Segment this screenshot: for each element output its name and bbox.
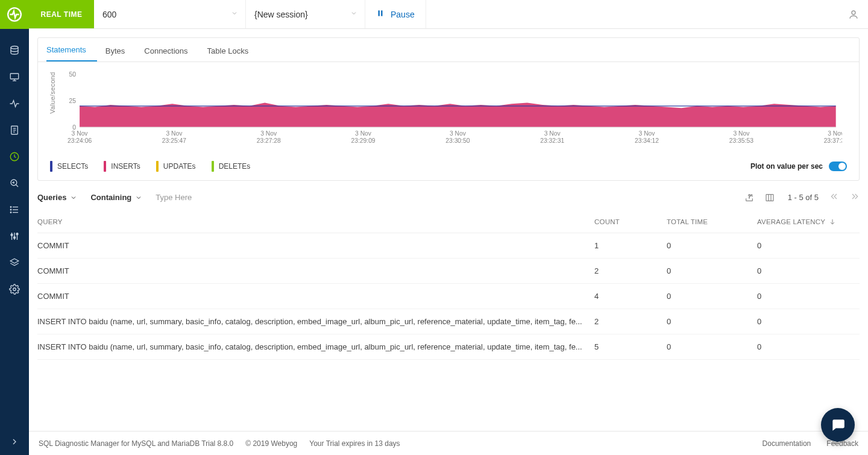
tab-table-locks[interactable]: Table Locks xyxy=(207,40,260,61)
query-search-input[interactable] xyxy=(156,193,276,202)
cell-total-time: 0 xyxy=(667,241,757,250)
interval-value: 600 xyxy=(102,10,116,19)
user-menu-button[interactable] xyxy=(839,0,868,28)
sidebar-expand-button[interactable] xyxy=(0,428,29,455)
column-header-query[interactable]: QUERY xyxy=(37,218,594,225)
cell-count: 1 xyxy=(594,241,667,250)
svg-text:3 Nov: 3 Nov xyxy=(72,130,89,137)
cell-avg-latency: 0 xyxy=(757,266,860,275)
pager-next-button[interactable] xyxy=(850,192,860,203)
chevron-down-icon xyxy=(70,194,77,201)
tab-connections[interactable]: Connections xyxy=(144,40,198,61)
svg-text:23:24:06: 23:24:06 xyxy=(68,137,92,144)
svg-text:23:25:47: 23:25:47 xyxy=(162,137,186,144)
interval-select[interactable]: 600 xyxy=(94,0,246,28)
svg-text:23:30:50: 23:30:50 xyxy=(445,137,470,144)
export-icon[interactable] xyxy=(744,193,754,202)
table-row[interactable]: COMMIT200 xyxy=(37,259,860,284)
copyright-label: © 2019 Webyog xyxy=(245,439,297,448)
chart-tabs: StatementsBytesConnectionsTable Locks xyxy=(38,38,859,62)
column-header-total-time[interactable]: TOTAL TIME xyxy=(667,218,757,225)
session-value: {New session} xyxy=(254,10,308,19)
table-row[interactable]: INSERT INTO baidu (name, url, summary, b… xyxy=(37,334,860,360)
query-scope-dropdown[interactable]: Queries xyxy=(37,193,77,202)
plot-toggle-label: Plot on value per sec xyxy=(750,162,823,171)
legend-item[interactable]: UPDATEs xyxy=(156,161,196,172)
column-header-count[interactable]: COUNT xyxy=(594,218,667,225)
legend-label: DELETEs xyxy=(219,162,251,171)
svg-text:50: 50 xyxy=(69,71,76,78)
svg-text:23:32:31: 23:32:31 xyxy=(540,137,564,144)
svg-point-25 xyxy=(16,233,18,235)
chevron-down-icon xyxy=(135,194,142,201)
svg-text:3 Nov: 3 Nov xyxy=(828,130,842,137)
documentation-link[interactable]: Documentation xyxy=(763,439,811,448)
sidebar-item-servers[interactable] xyxy=(0,37,29,64)
sidebar-item-query-analyzer[interactable] xyxy=(0,170,29,196)
y-axis-label: Value/second xyxy=(49,66,56,120)
columns-icon[interactable] xyxy=(765,193,775,202)
legend-item[interactable]: DELETEs xyxy=(212,161,251,172)
pager-prev-button[interactable] xyxy=(829,192,839,203)
realtime-badge: REAL TIME xyxy=(29,0,94,28)
topbar: REAL TIME 600 {New session} Pause xyxy=(29,0,868,29)
query-scope-label: Queries xyxy=(37,193,66,202)
query-match-label: Containing xyxy=(90,193,131,202)
cell-total-time: 0 xyxy=(667,317,757,326)
svg-text:3 Nov: 3 Nov xyxy=(450,130,467,137)
svg-text:3 Nov: 3 Nov xyxy=(544,130,561,137)
svg-rect-28 xyxy=(379,10,380,16)
chat-fab-button[interactable] xyxy=(821,408,855,442)
pause-label: Pause xyxy=(391,10,415,19)
statements-chart: 025503 Nov23:24:063 Nov23:25:473 Nov23:2… xyxy=(58,71,842,149)
svg-text:3 Nov: 3 Nov xyxy=(355,130,372,137)
app-logo[interactable] xyxy=(0,0,29,29)
svg-rect-2 xyxy=(10,74,19,79)
sidebar-item-sliders[interactable] xyxy=(0,223,29,249)
table-row[interactable]: COMMIT100 xyxy=(37,233,860,259)
tab-statements[interactable]: Statements xyxy=(46,39,97,61)
cell-query: COMMIT xyxy=(37,241,594,250)
chart-legend: SELECTsINSERTsUPDATEsDELETEs xyxy=(50,161,250,172)
svg-text:3 Nov: 3 Nov xyxy=(639,130,656,137)
svg-point-1 xyxy=(11,46,18,49)
column-header-avg-latency[interactable]: AVERAGE LATENCY xyxy=(757,218,860,225)
content-scroll[interactable]: StatementsBytesConnectionsTable Locks Va… xyxy=(29,29,868,431)
cell-count: 2 xyxy=(594,317,667,326)
legend-label: INSERTs xyxy=(111,162,140,171)
cell-query: INSERT INTO baidu (name, url, summary, b… xyxy=(37,317,594,326)
legend-item[interactable]: SELECTs xyxy=(50,161,88,172)
sidebar-item-activity[interactable] xyxy=(0,90,29,117)
svg-rect-29 xyxy=(381,10,382,16)
cell-total-time: 0 xyxy=(667,342,757,351)
sidebar-item-settings[interactable] xyxy=(0,276,29,303)
chevron-down-icon xyxy=(231,10,238,19)
svg-text:23:37:34: 23:37:34 xyxy=(824,137,842,144)
cell-query: COMMIT xyxy=(37,292,594,301)
pause-button[interactable]: Pause xyxy=(365,0,426,28)
legend-label: SELECTs xyxy=(57,162,88,171)
sidebar-item-layers[interactable] xyxy=(0,249,29,276)
cell-avg-latency: 0 xyxy=(757,342,860,351)
query-match-dropdown[interactable]: Containing xyxy=(90,193,142,202)
pager-info: 1 - 5 of 5 xyxy=(788,193,819,202)
sidebar-item-monitor[interactable] xyxy=(0,64,29,90)
legend-item[interactable]: INSERTs xyxy=(104,161,140,172)
table-row[interactable]: COMMIT400 xyxy=(37,284,860,309)
plot-per-sec-toggle[interactable] xyxy=(829,162,847,171)
svg-point-19 xyxy=(10,212,11,213)
table-row[interactable]: INSERT INTO baidu (name, url, summary, b… xyxy=(37,309,860,334)
sidebar-item-realtime[interactable] xyxy=(0,143,29,170)
svg-rect-55 xyxy=(766,194,773,201)
svg-text:23:27:28: 23:27:28 xyxy=(257,137,281,144)
cell-total-time: 0 xyxy=(667,266,757,275)
tab-bytes[interactable]: Bytes xyxy=(105,40,136,61)
svg-point-17 xyxy=(10,207,11,208)
cell-avg-latency: 0 xyxy=(757,292,860,301)
session-select[interactable]: {New session} xyxy=(246,0,365,28)
sidebar-item-report[interactable] xyxy=(0,117,29,143)
pause-icon xyxy=(376,9,385,19)
sidebar-item-list[interactable] xyxy=(0,196,29,223)
table-header: QUERY COUNT TOTAL TIME AVERAGE LATENCY xyxy=(37,210,860,233)
svg-text:23:34:12: 23:34:12 xyxy=(635,137,659,144)
